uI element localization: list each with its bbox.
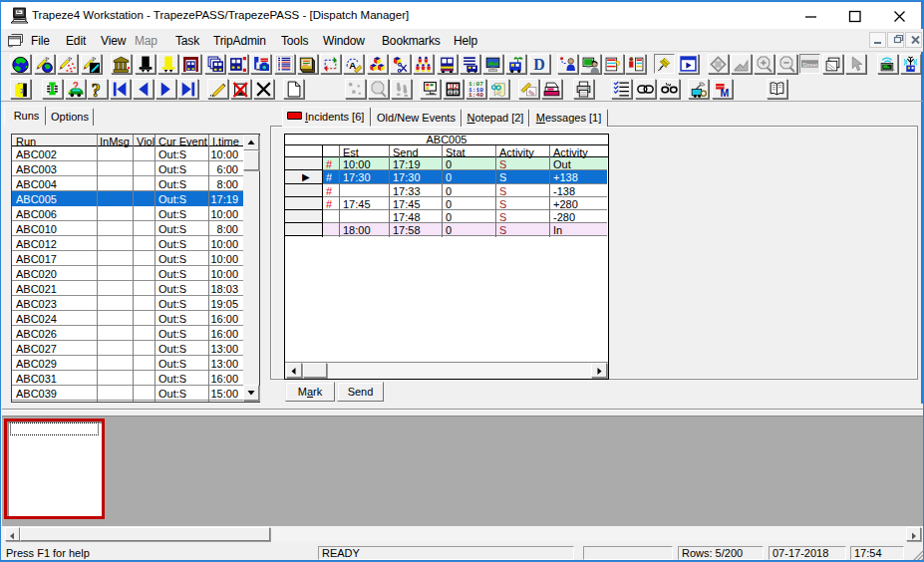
svg-text:?: ? bbox=[615, 59, 621, 71]
svg-text:?: ? bbox=[92, 81, 101, 98]
svg-text:A: A bbox=[349, 60, 356, 71]
svg-text:1:40: 1:40 bbox=[468, 92, 483, 98]
svg-text:Street: Street bbox=[802, 62, 818, 68]
svg-text:1: 1 bbox=[449, 82, 453, 91]
svg-text:2: 2 bbox=[455, 82, 459, 91]
svg-text:D: D bbox=[533, 56, 545, 73]
svg-text:M: M bbox=[720, 87, 729, 98]
